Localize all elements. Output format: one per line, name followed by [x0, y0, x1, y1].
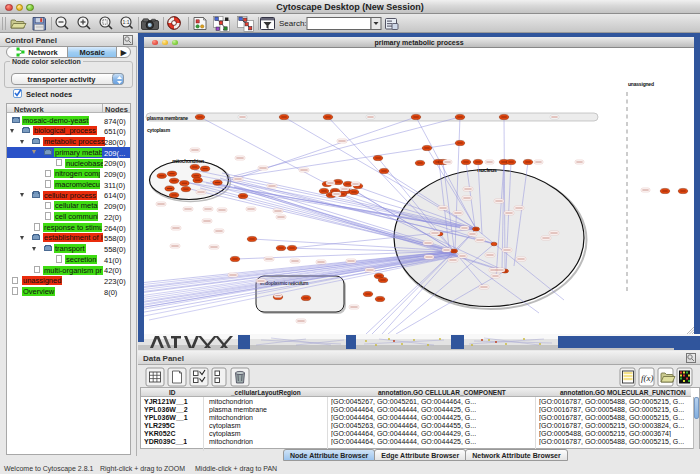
svg-text:plasma membrane: plasma membrane [147, 115, 188, 121]
svg-text:mitochondrion: mitochondrion [172, 158, 204, 164]
svg-text:unassigned: unassigned [628, 81, 654, 87]
svg-text:f(x): f(x) [641, 373, 654, 383]
svg-text:1:1: 1:1 [123, 19, 130, 25]
svg-text:cytoplasm: cytoplasm [147, 127, 171, 133]
svg-text:nucleus: nucleus [477, 167, 497, 173]
svg-text:Search:: Search: [279, 19, 307, 28]
